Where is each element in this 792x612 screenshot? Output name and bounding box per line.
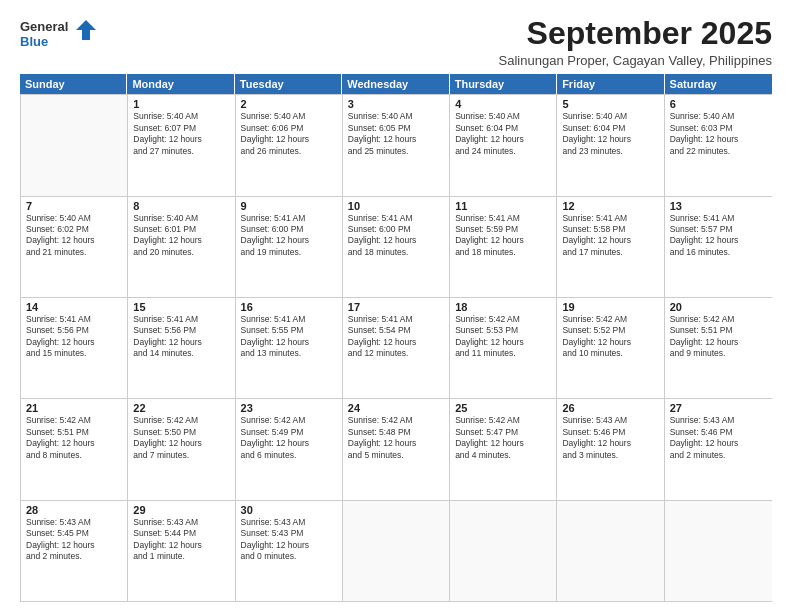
weekday-header-monday: Monday bbox=[127, 74, 234, 94]
day-info: Sunrise: 5:40 AM Sunset: 6:02 PM Dayligh… bbox=[26, 213, 122, 259]
day-info: Sunrise: 5:42 AM Sunset: 5:50 PM Dayligh… bbox=[133, 415, 229, 461]
calendar-cell: 23Sunrise: 5:42 AM Sunset: 5:49 PM Dayli… bbox=[236, 399, 343, 499]
day-info: Sunrise: 5:42 AM Sunset: 5:53 PM Dayligh… bbox=[455, 314, 551, 360]
calendar-week-2: 7Sunrise: 5:40 AM Sunset: 6:02 PM Daylig… bbox=[21, 196, 772, 297]
day-number: 8 bbox=[133, 200, 229, 212]
location-title: Salinungan Proper, Cagayan Valley, Phili… bbox=[499, 53, 772, 68]
calendar-body: 1Sunrise: 5:40 AM Sunset: 6:07 PM Daylig… bbox=[20, 94, 772, 602]
day-info: Sunrise: 5:42 AM Sunset: 5:47 PM Dayligh… bbox=[455, 415, 551, 461]
calendar-cell: 9Sunrise: 5:41 AM Sunset: 6:00 PM Daylig… bbox=[236, 197, 343, 297]
day-number: 14 bbox=[26, 301, 122, 313]
weekday-header-wednesday: Wednesday bbox=[342, 74, 449, 94]
svg-text:Blue: Blue bbox=[20, 34, 48, 49]
day-number: 13 bbox=[670, 200, 767, 212]
day-info: Sunrise: 5:40 AM Sunset: 6:01 PM Dayligh… bbox=[133, 213, 229, 259]
day-number: 9 bbox=[241, 200, 337, 212]
day-number: 24 bbox=[348, 402, 444, 414]
day-info: Sunrise: 5:43 AM Sunset: 5:46 PM Dayligh… bbox=[562, 415, 658, 461]
day-info: Sunrise: 5:41 AM Sunset: 5:54 PM Dayligh… bbox=[348, 314, 444, 360]
calendar-cell: 6Sunrise: 5:40 AM Sunset: 6:03 PM Daylig… bbox=[665, 95, 772, 195]
day-number: 2 bbox=[241, 98, 337, 110]
day-number: 16 bbox=[241, 301, 337, 313]
calendar-cell bbox=[450, 501, 557, 601]
weekday-header-saturday: Saturday bbox=[665, 74, 772, 94]
calendar-cell: 29Sunrise: 5:43 AM Sunset: 5:44 PM Dayli… bbox=[128, 501, 235, 601]
calendar-cell: 20Sunrise: 5:42 AM Sunset: 5:51 PM Dayli… bbox=[665, 298, 772, 398]
calendar-cell: 4Sunrise: 5:40 AM Sunset: 6:04 PM Daylig… bbox=[450, 95, 557, 195]
calendar-cell bbox=[343, 501, 450, 601]
calendar-cell: 8Sunrise: 5:40 AM Sunset: 6:01 PM Daylig… bbox=[128, 197, 235, 297]
calendar-cell bbox=[21, 95, 128, 195]
day-info: Sunrise: 5:43 AM Sunset: 5:43 PM Dayligh… bbox=[241, 517, 337, 563]
calendar-cell: 27Sunrise: 5:43 AM Sunset: 5:46 PM Dayli… bbox=[665, 399, 772, 499]
day-info: Sunrise: 5:40 AM Sunset: 6:04 PM Dayligh… bbox=[455, 111, 551, 157]
day-info: Sunrise: 5:42 AM Sunset: 5:48 PM Dayligh… bbox=[348, 415, 444, 461]
calendar-cell: 18Sunrise: 5:42 AM Sunset: 5:53 PM Dayli… bbox=[450, 298, 557, 398]
day-number: 15 bbox=[133, 301, 229, 313]
day-number: 18 bbox=[455, 301, 551, 313]
calendar-cell: 16Sunrise: 5:41 AM Sunset: 5:55 PM Dayli… bbox=[236, 298, 343, 398]
day-number: 20 bbox=[670, 301, 767, 313]
day-number: 5 bbox=[562, 98, 658, 110]
day-info: Sunrise: 5:40 AM Sunset: 6:06 PM Dayligh… bbox=[241, 111, 337, 157]
day-info: Sunrise: 5:41 AM Sunset: 5:56 PM Dayligh… bbox=[133, 314, 229, 360]
calendar-cell: 1Sunrise: 5:40 AM Sunset: 6:07 PM Daylig… bbox=[128, 95, 235, 195]
day-number: 25 bbox=[455, 402, 551, 414]
day-info: Sunrise: 5:43 AM Sunset: 5:46 PM Dayligh… bbox=[670, 415, 767, 461]
logo-svg: General Blue bbox=[20, 16, 100, 52]
day-info: Sunrise: 5:40 AM Sunset: 6:04 PM Dayligh… bbox=[562, 111, 658, 157]
calendar-cell: 13Sunrise: 5:41 AM Sunset: 5:57 PM Dayli… bbox=[665, 197, 772, 297]
calendar-cell: 5Sunrise: 5:40 AM Sunset: 6:04 PM Daylig… bbox=[557, 95, 664, 195]
calendar-header: SundayMondayTuesdayWednesdayThursdayFrid… bbox=[20, 74, 772, 94]
day-info: Sunrise: 5:42 AM Sunset: 5:49 PM Dayligh… bbox=[241, 415, 337, 461]
month-title: September 2025 bbox=[499, 16, 772, 51]
day-info: Sunrise: 5:43 AM Sunset: 5:44 PM Dayligh… bbox=[133, 517, 229, 563]
day-number: 7 bbox=[26, 200, 122, 212]
calendar-cell: 21Sunrise: 5:42 AM Sunset: 5:51 PM Dayli… bbox=[21, 399, 128, 499]
calendar-week-1: 1Sunrise: 5:40 AM Sunset: 6:07 PM Daylig… bbox=[21, 94, 772, 195]
day-info: Sunrise: 5:41 AM Sunset: 5:59 PM Dayligh… bbox=[455, 213, 551, 259]
weekday-header-friday: Friday bbox=[557, 74, 664, 94]
calendar-cell: 28Sunrise: 5:43 AM Sunset: 5:45 PM Dayli… bbox=[21, 501, 128, 601]
calendar-cell: 26Sunrise: 5:43 AM Sunset: 5:46 PM Dayli… bbox=[557, 399, 664, 499]
day-number: 4 bbox=[455, 98, 551, 110]
day-info: Sunrise: 5:42 AM Sunset: 5:52 PM Dayligh… bbox=[562, 314, 658, 360]
day-info: Sunrise: 5:40 AM Sunset: 6:03 PM Dayligh… bbox=[670, 111, 767, 157]
day-number: 19 bbox=[562, 301, 658, 313]
day-number: 21 bbox=[26, 402, 122, 414]
calendar: SundayMondayTuesdayWednesdayThursdayFrid… bbox=[20, 74, 772, 602]
day-number: 10 bbox=[348, 200, 444, 212]
day-info: Sunrise: 5:42 AM Sunset: 5:51 PM Dayligh… bbox=[26, 415, 122, 461]
day-number: 12 bbox=[562, 200, 658, 212]
calendar-week-5: 28Sunrise: 5:43 AM Sunset: 5:45 PM Dayli… bbox=[21, 500, 772, 601]
calendar-cell: 14Sunrise: 5:41 AM Sunset: 5:56 PM Dayli… bbox=[21, 298, 128, 398]
calendar-week-3: 14Sunrise: 5:41 AM Sunset: 5:56 PM Dayli… bbox=[21, 297, 772, 398]
day-info: Sunrise: 5:41 AM Sunset: 6:00 PM Dayligh… bbox=[348, 213, 444, 259]
day-info: Sunrise: 5:41 AM Sunset: 6:00 PM Dayligh… bbox=[241, 213, 337, 259]
day-number: 22 bbox=[133, 402, 229, 414]
logo: General Blue bbox=[20, 16, 100, 52]
calendar-cell: 30Sunrise: 5:43 AM Sunset: 5:43 PM Dayli… bbox=[236, 501, 343, 601]
calendar-cell: 2Sunrise: 5:40 AM Sunset: 6:06 PM Daylig… bbox=[236, 95, 343, 195]
calendar-cell: 19Sunrise: 5:42 AM Sunset: 5:52 PM Dayli… bbox=[557, 298, 664, 398]
svg-text:General: General bbox=[20, 19, 68, 34]
calendar-week-4: 21Sunrise: 5:42 AM Sunset: 5:51 PM Dayli… bbox=[21, 398, 772, 499]
calendar-cell bbox=[557, 501, 664, 601]
calendar-cell: 3Sunrise: 5:40 AM Sunset: 6:05 PM Daylig… bbox=[343, 95, 450, 195]
weekday-header-tuesday: Tuesday bbox=[235, 74, 342, 94]
calendar-cell: 24Sunrise: 5:42 AM Sunset: 5:48 PM Dayli… bbox=[343, 399, 450, 499]
calendar-cell: 15Sunrise: 5:41 AM Sunset: 5:56 PM Dayli… bbox=[128, 298, 235, 398]
day-info: Sunrise: 5:41 AM Sunset: 5:58 PM Dayligh… bbox=[562, 213, 658, 259]
day-info: Sunrise: 5:41 AM Sunset: 5:56 PM Dayligh… bbox=[26, 314, 122, 360]
calendar-cell: 22Sunrise: 5:42 AM Sunset: 5:50 PM Dayli… bbox=[128, 399, 235, 499]
weekday-header-sunday: Sunday bbox=[20, 74, 127, 94]
calendar-cell: 25Sunrise: 5:42 AM Sunset: 5:47 PM Dayli… bbox=[450, 399, 557, 499]
calendar-cell: 11Sunrise: 5:41 AM Sunset: 5:59 PM Dayli… bbox=[450, 197, 557, 297]
day-info: Sunrise: 5:40 AM Sunset: 6:07 PM Dayligh… bbox=[133, 111, 229, 157]
day-number: 6 bbox=[670, 98, 767, 110]
svg-marker-2 bbox=[76, 20, 96, 40]
calendar-cell: 7Sunrise: 5:40 AM Sunset: 6:02 PM Daylig… bbox=[21, 197, 128, 297]
day-number: 28 bbox=[26, 504, 122, 516]
day-info: Sunrise: 5:42 AM Sunset: 5:51 PM Dayligh… bbox=[670, 314, 767, 360]
day-info: Sunrise: 5:43 AM Sunset: 5:45 PM Dayligh… bbox=[26, 517, 122, 563]
